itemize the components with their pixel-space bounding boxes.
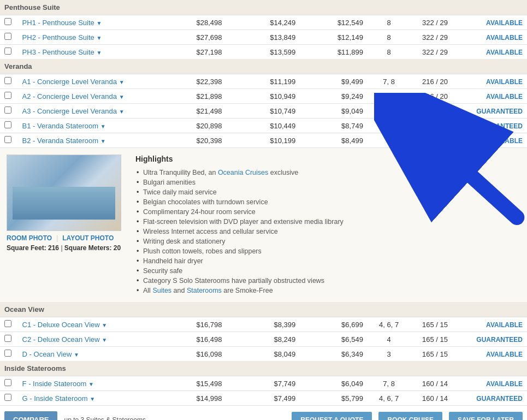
single-price: $9,249 bbox=[300, 89, 368, 104]
row-checkbox[interactable] bbox=[4, 350, 11, 357]
single-price: $12,149 bbox=[300, 30, 368, 45]
sqft: 165 / 15 bbox=[411, 332, 460, 347]
cabin-link[interactable]: PH1 - Penthouse Suite ▼ bbox=[22, 19, 102, 27]
status-badge: AVAILABLE bbox=[486, 34, 523, 42]
cabin-link[interactable]: A2 - Concierge Level Veranda ▼ bbox=[22, 92, 125, 100]
cabin-link[interactable]: B1 - Veranda Stateroom ▼ bbox=[22, 122, 106, 130]
cabin-link[interactable]: F - Inside Stateroom ▼ bbox=[22, 380, 94, 388]
sqft: 322 / 29 bbox=[411, 30, 460, 45]
single-price: $11,899 bbox=[300, 45, 368, 60]
highlight-link[interactable]: Staterooms bbox=[187, 287, 222, 294]
table-row: A1 - Concierge Level Veranda ▼ $22,398 $… bbox=[0, 74, 527, 89]
double-price: $14,249 bbox=[227, 15, 300, 30]
cabin-link[interactable]: B2 - Veranda Stateroom ▼ bbox=[22, 137, 106, 145]
row-checkbox[interactable] bbox=[4, 18, 11, 25]
row-checkbox[interactable] bbox=[4, 394, 11, 401]
full-price: $28,498 bbox=[153, 15, 227, 30]
highlight-link[interactable]: Suites bbox=[152, 287, 171, 294]
highlight-item: All Suites and Staterooms are Smoke-Free bbox=[135, 286, 520, 295]
full-price: $22,398 bbox=[153, 74, 227, 89]
compare-button[interactable]: COMPARE bbox=[4, 411, 57, 420]
guests: 6, 7 bbox=[368, 89, 411, 104]
full-price: $16,098 bbox=[153, 347, 227, 362]
row-checkbox[interactable] bbox=[4, 33, 11, 40]
section-header-oceanview: Ocean View bbox=[0, 302, 527, 317]
table-row: C2 - Deluxe Ocean View ▼ $16,498 $8,249 … bbox=[0, 332, 527, 347]
status-badge: AVAILABLE bbox=[486, 93, 523, 100]
status-badge: AVAILABLE bbox=[486, 380, 523, 388]
row-checkbox-cell bbox=[0, 133, 18, 148]
cabin-dropdown-arrow: ▼ bbox=[102, 337, 107, 343]
single-price: $8,749 bbox=[300, 119, 368, 133]
row-checkbox[interactable] bbox=[4, 107, 11, 114]
cabin-name-cell: A1 - Concierge Level Veranda ▼ bbox=[18, 74, 153, 89]
highlight-link[interactable]: Oceania Cruises bbox=[218, 169, 268, 176]
double-price: $8,399 bbox=[227, 317, 300, 332]
photo-links: ROOM PHOTO | LAYOUT PHOTO bbox=[7, 234, 127, 242]
highlight-item: Wireless Internet access and cellular se… bbox=[135, 227, 520, 236]
full-price: $21,498 bbox=[153, 104, 227, 119]
table-row: B2 - Veranda Stateroom ▼ $20,398 $10,199… bbox=[0, 133, 527, 148]
double-price: $10,749 bbox=[227, 104, 300, 119]
highlights-text: Highlights Ultra Tranquility Bed, an Oce… bbox=[135, 155, 520, 295]
highlight-item: Security safe bbox=[135, 266, 520, 276]
row-checkbox-cell bbox=[0, 347, 18, 362]
availability-status: AVAILABLE bbox=[459, 74, 527, 89]
highlight-item: Handheld hair dryer bbox=[135, 256, 520, 266]
cabin-name-cell: PH2 - Penthouse Suite ▼ bbox=[18, 30, 153, 45]
guests: 6 bbox=[368, 133, 411, 148]
row-checkbox[interactable] bbox=[4, 92, 11, 99]
availability-status: AVAILABLE bbox=[459, 376, 527, 391]
cabin-name-cell: PH1 - Penthouse Suite ▼ bbox=[18, 15, 153, 30]
status-badge: AVAILABLE bbox=[486, 321, 523, 329]
cabin-dropdown-arrow: ▼ bbox=[96, 50, 102, 56]
row-checkbox-cell bbox=[0, 332, 18, 347]
double-price: $10,199 bbox=[227, 133, 300, 148]
row-checkbox[interactable] bbox=[4, 335, 11, 342]
cabin-link[interactable]: C2 - Deluxe Ocean View ▼ bbox=[22, 335, 108, 344]
status-badge: GUARANTEED bbox=[476, 336, 523, 344]
section-label: Inside Staterooms bbox=[0, 361, 527, 376]
guests: 4 bbox=[368, 332, 411, 347]
guests: 8 bbox=[368, 45, 411, 60]
cabin-name-cell: B1 - Veranda Stateroom ▼ bbox=[18, 119, 153, 133]
availability-status: AVAILABLE bbox=[459, 15, 527, 30]
cabin-name-cell: B2 - Veranda Stateroom ▼ bbox=[18, 133, 153, 148]
status-badge: AVAILABLE bbox=[486, 49, 523, 56]
row-checkbox[interactable] bbox=[4, 77, 11, 84]
request-quote-button[interactable]: REQUEST A QUOTE bbox=[292, 412, 372, 421]
availability-status: GUARANTEED bbox=[459, 104, 527, 119]
room-photo-link[interactable]: ROOM PHOTO bbox=[7, 234, 52, 242]
cabin-link[interactable]: A3 - Concierge Level Veranda ▼ bbox=[22, 107, 125, 115]
availability-status: AVAILABLE bbox=[459, 45, 527, 60]
footer-bar: COMPARE up to 3 Suites & Staterooms REQU… bbox=[0, 405, 527, 420]
row-checkbox-cell bbox=[0, 15, 18, 30]
cabin-link[interactable]: PH2 - Penthouse Suite ▼ bbox=[22, 33, 102, 42]
cabin-link[interactable]: A1 - Concierge Level Veranda ▼ bbox=[22, 78, 125, 86]
cabin-link[interactable]: PH3 - Penthouse Suite ▼ bbox=[22, 48, 102, 56]
full-price: $27,198 bbox=[153, 45, 227, 60]
full-price: $27,698 bbox=[153, 30, 227, 45]
double-price: $10,449 bbox=[227, 119, 300, 133]
row-checkbox[interactable] bbox=[4, 48, 11, 55]
full-price: $14,998 bbox=[153, 391, 227, 406]
status-badge: AVAILABLE bbox=[486, 351, 523, 358]
book-cruise-button[interactable]: BOOK CRUISE bbox=[378, 412, 442, 421]
row-checkbox[interactable] bbox=[4, 320, 11, 327]
row-checkbox[interactable] bbox=[4, 136, 11, 143]
cabin-link[interactable]: D - Ocean View ▼ bbox=[22, 350, 79, 358]
status-badge: GUARANTEED bbox=[476, 122, 523, 130]
sq-ft-info: Square Feet: 216 | Square Meters: 20 bbox=[7, 244, 127, 252]
availability-status: AVAILABLE bbox=[459, 89, 527, 104]
cabin-link[interactable]: C1 - Deluxe Ocean View ▼ bbox=[22, 321, 108, 329]
status-badge: GUARANTEED bbox=[476, 395, 523, 403]
row-checkbox[interactable] bbox=[4, 121, 11, 128]
row-checkbox[interactable] bbox=[4, 379, 11, 386]
save-for-later-button[interactable]: SAVE FOR LATER bbox=[449, 412, 523, 421]
table-row: PH1 - Penthouse Suite ▼ $28,498 $14,249 … bbox=[0, 15, 527, 30]
cabin-dropdown-arrow: ▼ bbox=[88, 381, 94, 387]
table-row: PH3 - Penthouse Suite ▼ $27,198 $13,599 … bbox=[0, 45, 527, 60]
cabin-link[interactable]: G - Inside Stateroom ▼ bbox=[22, 394, 95, 403]
cabin-dropdown-arrow: ▼ bbox=[119, 109, 125, 115]
layout-photo-link[interactable]: LAYOUT PHOTO bbox=[62, 234, 114, 242]
